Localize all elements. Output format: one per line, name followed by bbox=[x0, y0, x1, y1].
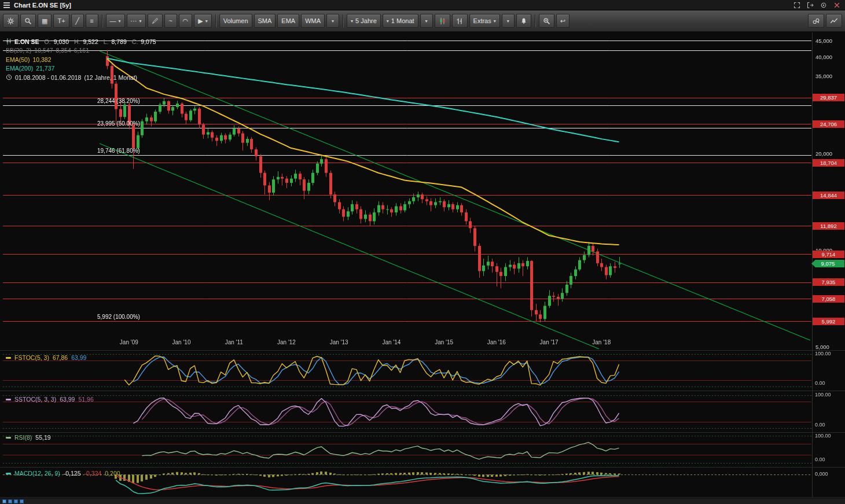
rsi-panel[interactable] bbox=[0, 432, 812, 467]
indicator-dropdown-button[interactable]: ▾ bbox=[326, 14, 339, 28]
fib-level-label: 23,995 (50.00%) bbox=[97, 120, 140, 127]
target-icon[interactable] bbox=[819, 1, 828, 9]
hline-tool-button[interactable]: —▾ bbox=[106, 14, 125, 28]
freehand-tool-button[interactable] bbox=[148, 14, 163, 28]
compare-symbols-button[interactable] bbox=[808, 14, 824, 28]
chevron-down-icon: ▾ bbox=[119, 19, 121, 24]
wave-tool-button[interactable]: ~ bbox=[164, 14, 177, 28]
fibonacci-icon: ≡ bbox=[90, 18, 93, 24]
interval-extra-dropdown[interactable]: ▾ bbox=[420, 14, 433, 28]
macd-marker-icon bbox=[6, 473, 11, 474]
settings-button[interactable] bbox=[3, 14, 19, 28]
dotted-line-tool-button[interactable]: ⋯▾ bbox=[127, 14, 146, 28]
chart-type-bars-button[interactable] bbox=[452, 14, 468, 28]
status-square[interactable] bbox=[20, 499, 24, 503]
period-dropdown[interactable]: ▾5 Jahre bbox=[347, 14, 381, 28]
chevron-down-icon: ▾ bbox=[351, 19, 353, 24]
high-label: H: bbox=[74, 38, 80, 45]
maximize-icon[interactable] bbox=[792, 1, 802, 9]
sstoc-legend: SSTOC(5, 3, 3) 63,99 51,96 bbox=[6, 396, 94, 403]
macd-signal-value: -0,324 bbox=[84, 470, 102, 477]
sstoc-axis-bottom-label: 0.00 bbox=[815, 422, 825, 428]
line-chart-style-button[interactable] bbox=[826, 14, 842, 28]
legend-ema200-row: EMA(200) 21,737 bbox=[6, 64, 156, 73]
chevron-down-icon: ▾ bbox=[205, 19, 208, 24]
wma-button[interactable]: WMA bbox=[301, 14, 325, 28]
toolbar: ▦ T+ ╱ ≡ —▾ ⋯▾ ~ ◠ ▶▾ Volumen SMA EMA WM… bbox=[0, 10, 845, 32]
sma-button[interactable]: SMA bbox=[254, 14, 276, 28]
sstoc-panel[interactable] bbox=[0, 391, 812, 432]
macd-value: -0,125 bbox=[64, 470, 81, 477]
rsi-marker-icon bbox=[6, 437, 11, 439]
chevron-down-icon: ▾ bbox=[425, 19, 428, 24]
undo-button[interactable]: ↩ bbox=[556, 14, 570, 28]
fstoc-marker-icon bbox=[6, 357, 11, 359]
fstoc-axis-top-label: 100.00 bbox=[815, 351, 831, 356]
toolbar-separator bbox=[215, 14, 216, 27]
open-label: O: bbox=[45, 38, 51, 45]
popout-icon[interactable] bbox=[806, 1, 815, 9]
macd-panel[interactable] bbox=[0, 467, 812, 497]
y-axis-label: 45,000 bbox=[815, 38, 832, 44]
alarm-button[interactable] bbox=[516, 14, 531, 28]
interval-dropdown[interactable]: ▾1 Monat bbox=[383, 14, 418, 28]
fibonacci-tool-button[interactable]: ≡ bbox=[86, 14, 98, 28]
fib-level-label: 19,746 (61.80%) bbox=[97, 148, 140, 154]
menu-icon[interactable] bbox=[3, 1, 10, 9]
pencil-icon bbox=[152, 17, 159, 24]
arc-tool-button[interactable]: ◠ bbox=[179, 14, 193, 28]
sstoc-label: SSTOC(5, 3, 3) bbox=[14, 396, 56, 403]
fstoc-k-value: 67,86 bbox=[53, 354, 68, 361]
sstoc-k-value: 63,99 bbox=[60, 396, 75, 403]
y-axis-label: 40,000 bbox=[815, 54, 832, 60]
price-alert-badge: 7,935 bbox=[813, 278, 844, 286]
rsi-axis-top-label: 100.00 bbox=[815, 433, 831, 439]
status-bar bbox=[0, 498, 845, 504]
x-axis-label: Jan '09 bbox=[120, 339, 138, 345]
chart-legend: E.ON SE O:9,030 H:9,522 L:8,789 C:9,075 … bbox=[6, 37, 156, 82]
x-axis-label: Jan '16 bbox=[487, 339, 506, 345]
status-square[interactable] bbox=[8, 499, 12, 503]
chevron-down-icon: ▾ bbox=[494, 19, 496, 24]
x-axis-label: Jan '18 bbox=[592, 339, 611, 345]
chart-type-candle-button[interactable] bbox=[435, 14, 450, 28]
wave-icon: ~ bbox=[168, 18, 172, 24]
candlestick-mini-icon bbox=[6, 38, 12, 45]
trendline-tool-button[interactable]: ╱ bbox=[71, 14, 84, 28]
rsi-axis-bottom-label: 0.00 bbox=[815, 457, 825, 462]
low-label: L: bbox=[104, 38, 109, 45]
bb-lower-value: 6,161 bbox=[74, 47, 89, 54]
bb-middle-value: 8,354 bbox=[56, 47, 71, 54]
fstoc-legend: FSTOC(5, 3) 67,86 63,99 bbox=[6, 354, 86, 361]
arrow-tool-button[interactable]: ▶▾ bbox=[194, 14, 211, 28]
fstoc-panel[interactable] bbox=[0, 350, 812, 391]
grid-layout-button[interactable]: ▦ bbox=[38, 14, 52, 28]
price-alert-badge: 29,837 bbox=[813, 94, 844, 101]
horizontal-line-icon: — bbox=[110, 18, 116, 24]
chart-window: E.ON SE O:9,030 H:9,522 L:8,789 C:9,075 … bbox=[0, 0, 845, 504]
price-alert-badge: 5,992 bbox=[813, 318, 844, 325]
undo-icon: ↩ bbox=[560, 18, 565, 24]
bb-label: BB(20, 2) bbox=[6, 47, 31, 54]
y-axis-label: 5,000 bbox=[815, 344, 829, 350]
bb-upper-value: 10,547 bbox=[34, 47, 53, 54]
high-value: 9,522 bbox=[83, 38, 98, 45]
extras-button[interactable]: Extras▾ bbox=[469, 14, 500, 28]
extras-dropdown-button[interactable]: ▾ bbox=[502, 14, 515, 28]
low-value: 8,789 bbox=[112, 38, 127, 45]
fib-level-label: 5,992 (100.00%) bbox=[97, 314, 140, 320]
volumen-button[interactable]: Volumen bbox=[219, 14, 252, 28]
status-square[interactable] bbox=[14, 499, 18, 503]
zoom-tool-button[interactable] bbox=[20, 14, 36, 28]
ema200-label: EMA(200) bbox=[6, 65, 33, 72]
bell-icon bbox=[520, 17, 527, 24]
close-icon[interactable] bbox=[832, 1, 842, 9]
ema-button[interactable]: EMA bbox=[277, 14, 299, 28]
text-tool-button[interactable]: T+ bbox=[53, 14, 69, 28]
zoom-in-button[interactable] bbox=[539, 14, 554, 28]
status-square[interactable] bbox=[2, 499, 6, 503]
arc-icon: ◠ bbox=[183, 18, 189, 24]
legend-daterange-row: 01.08.2008 - 01.06.2018 (12 Jahre, 1 Mon… bbox=[6, 73, 156, 82]
legend-ema50-row: EMA(50) 10,382 bbox=[6, 55, 156, 64]
fib-level-label: 28,244 (38.20%) bbox=[97, 98, 140, 104]
